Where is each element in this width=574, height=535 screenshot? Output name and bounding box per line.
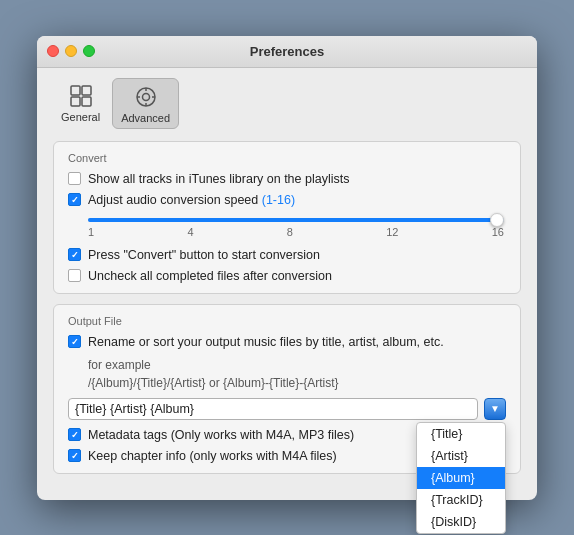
show-tracks-row: Show all tracks in iTunes library on the…	[68, 172, 506, 186]
adjust-speed-row: Adjust audio conversion speed (1-16)	[68, 193, 506, 207]
dropdown-item-trackid[interactable]: {TrackID}	[417, 489, 505, 511]
show-tracks-checkbox[interactable]	[68, 172, 81, 185]
minimize-button[interactable]	[65, 45, 77, 57]
chapter-text: Keep chapter info (only works with M4A f…	[88, 449, 337, 463]
chapter-checkbox[interactable]	[68, 449, 81, 462]
output-section: Output File Rename or sort your output m…	[53, 304, 521, 474]
press-convert-row: Press "Convert" button to start conversi…	[68, 248, 506, 262]
example-text: /{Album}/{Title}/{Artist} or {Album}-{Ti…	[88, 376, 339, 390]
advanced-label: Advanced	[121, 112, 170, 124]
convert-section: Convert Show all tracks in iTunes librar…	[53, 141, 521, 294]
title-bar: Preferences	[37, 36, 537, 68]
preferences-window: Preferences General	[37, 36, 537, 500]
content: Convert Show all tracks in iTunes librar…	[37, 129, 537, 500]
slider-track[interactable]	[88, 218, 504, 222]
window-title: Preferences	[250, 44, 324, 59]
slider-label-8: 8	[287, 226, 293, 238]
dropdown-button[interactable]: ▼	[484, 398, 506, 420]
svg-rect-1	[82, 86, 91, 95]
dropdown-item-diskid[interactable]: {DiskID}	[417, 511, 505, 533]
press-convert-text: Press "Convert" button to start conversi…	[88, 248, 320, 262]
svg-rect-3	[82, 97, 91, 106]
advanced-icon	[132, 83, 160, 111]
metadata-checkbox[interactable]	[68, 428, 81, 441]
slider-label-1: 1	[88, 226, 94, 238]
svg-point-5	[142, 93, 149, 100]
slider-label-12: 12	[386, 226, 398, 238]
dropdown-item-artist[interactable]: {Artist}	[417, 445, 505, 467]
filename-input[interactable]	[68, 398, 478, 420]
slider-label-16: 16	[492, 226, 504, 238]
slider-label-4: 4	[187, 226, 193, 238]
rename-row: Rename or sort your output music files b…	[68, 335, 506, 349]
output-label: Output File	[68, 315, 506, 327]
close-button[interactable]	[47, 45, 59, 57]
press-convert-checkbox[interactable]	[68, 248, 81, 261]
svg-rect-0	[71, 86, 80, 95]
dropdown-item-title[interactable]: {Title}	[417, 423, 505, 445]
rename-checkbox[interactable]	[68, 335, 81, 348]
toolbar-item-general[interactable]: General	[53, 78, 108, 129]
slider-fill	[88, 218, 504, 222]
example-label: for example	[88, 358, 151, 372]
slider-container: 1 4 8 12 16	[68, 214, 506, 244]
general-icon	[67, 82, 95, 110]
adjust-speed-checkbox[interactable]	[68, 193, 81, 206]
show-tracks-text: Show all tracks in iTunes library on the…	[88, 172, 349, 186]
dropdown-item-album[interactable]: {Album}	[417, 467, 505, 489]
svg-rect-2	[71, 97, 80, 106]
uncheck-completed-row: Uncheck all completed files after conver…	[68, 269, 506, 283]
uncheck-completed-checkbox[interactable]	[68, 269, 81, 282]
input-row: ▼ {Title} {Artist} {Album} {TrackID} {Di…	[68, 398, 506, 420]
maximize-button[interactable]	[83, 45, 95, 57]
dropdown-menu: {Title} {Artist} {Album} {TrackID} {Disk…	[416, 422, 506, 534]
slider-thumb[interactable]	[490, 213, 504, 227]
convert-label: Convert	[68, 152, 506, 164]
adjust-speed-text: Adjust audio conversion speed (1-16)	[88, 193, 295, 207]
general-label: General	[61, 111, 100, 123]
toolbar-item-advanced[interactable]: Advanced	[112, 78, 179, 129]
output-example: for example /{Album}/{Title}/{Artist} or…	[68, 356, 506, 392]
slider-labels: 1 4 8 12 16	[88, 224, 504, 240]
toolbar: General Advanced	[37, 68, 537, 129]
rename-text: Rename or sort your output music files b…	[88, 335, 444, 349]
traffic-lights	[47, 45, 95, 57]
uncheck-completed-text: Uncheck all completed files after conver…	[88, 269, 332, 283]
metadata-text: Metadata tags (Only works with M4A, MP3 …	[88, 428, 354, 442]
